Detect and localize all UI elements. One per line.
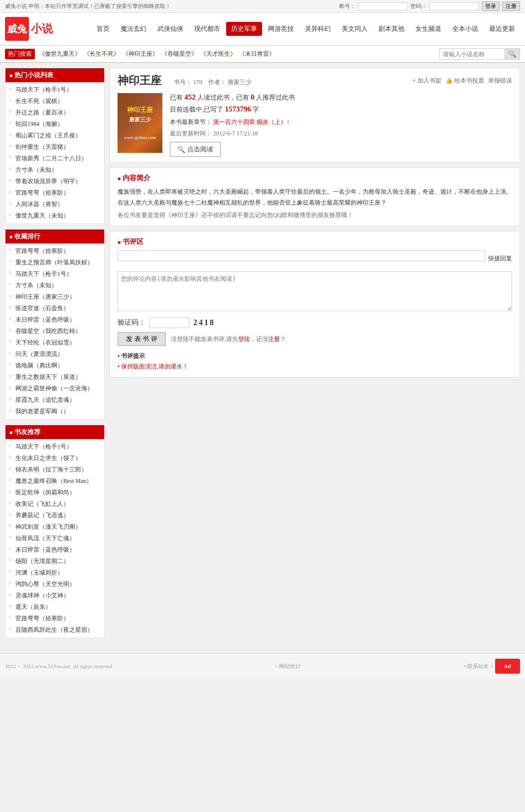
favorites-section: 收藏排行 官路弯弯（拾寒阶） 重生之预言师（叶落凤扶棂） 马踏天下（枪手1号） … — [5, 229, 105, 420]
search-input[interactable] — [440, 49, 505, 59]
book-wordcount: 目前连载中,已写了 1573796 字 — [170, 105, 512, 114]
list-item: 官路弯弯（拾寒阶） — [5, 187, 104, 199]
nav-scifi[interactable]: 灵异科幻 — [300, 22, 336, 36]
list-item: 方寸杀（未知） — [5, 164, 104, 176]
list-item: 马踏天下（枪手1号） — [5, 268, 104, 280]
report-link[interactable]: 举报错误 — [488, 77, 512, 85]
account-input[interactable] — [358, 2, 408, 10]
list-item: 锦衣杀明（拉丁海十三郎） — [5, 464, 104, 475]
reviews-title: 书评区 — [118, 237, 512, 246]
list-item: 末日猝雷（蓝色呼吸） — [5, 544, 104, 556]
hot-link-6[interactable]: 《末日将雷》 — [239, 50, 275, 58]
favorites-title: 收藏排行 — [5, 230, 104, 243]
top-bar: 威兔小说·申明：本站只作带宽调试！已屏蔽了搜索引擎的蜘蛛抓取！ 帐号： 密码： … — [0, 0, 525, 13]
login-link[interactable]: 登陆 — [238, 336, 250, 343]
list-item: 末日猝雷（蓝色呼吸） — [5, 314, 104, 326]
book-stats: 已有 452 人读过此书，已有 0 人推荐过此书 — [170, 93, 512, 102]
hot-link-5[interactable]: 《天才医生》 — [200, 50, 236, 58]
nav-history[interactable]: 历史军事 — [226, 22, 262, 36]
nav-wuxia[interactable]: 武侠仙侠 — [152, 22, 188, 36]
list-item: 魔兽之最终召唤（Best Man） — [5, 475, 104, 487]
nav-home[interactable]: 首页 — [92, 22, 115, 36]
hot-search-label: 热门搜索 — [5, 49, 35, 59]
description-recommend: 各位书友要是觉得《神印王座》还不错的话请不要忘记向您QQ群和微博里的朋友推荐哦！ — [118, 211, 512, 220]
review-textarea[interactable] — [118, 271, 512, 311]
list-item: 方寸杀（未知） — [5, 280, 104, 291]
nav-female[interactable]: 女生频道 — [410, 22, 446, 36]
hot-search-links: 《傲世九重天》 《长生不死》 《神印王座》 《吞噬星空》 《天才医生》 《末日将… — [39, 50, 435, 58]
list-item: 剑仲重生（天雷猪） — [5, 141, 104, 153]
nav-script[interactable]: 剧本其他 — [374, 22, 409, 36]
password-input[interactable] — [429, 2, 479, 10]
register-button[interactable]: 注册 — [502, 1, 520, 11]
footer-logo-img: AtI — [495, 659, 520, 674]
search-button[interactable]: 🔍 — [505, 49, 520, 59]
top-notice: 威兔小说·申明：本站只作带宽调试！已屏蔽了搜索引擎的蜘蛛抓取！ — [5, 2, 171, 10]
footer-stats[interactable]: • 网站统计 — [275, 663, 301, 669]
hot-novels-section: 热门小说列表 马踏天下（枪手1号） 长生不死（观棋） 升迁之路（夏百冰） 轮回1… — [5, 68, 105, 224]
list-item: 傲世九重天（未知） — [5, 210, 104, 222]
description-title: 内容简介 — [118, 174, 512, 183]
list-item: 重生之数据天下（泉道） — [5, 371, 104, 383]
hot-link-2[interactable]: 《长生不死》 — [84, 50, 120, 58]
list-item: 神印王座（唐家三少） — [5, 291, 104, 303]
quick-reply-input[interactable] — [118, 250, 485, 261]
book-detail: 神印王座唐家三少www.qidian.com 已有 452 人读过此书，已有 0… — [118, 93, 512, 157]
nav-recent[interactable]: 最近更新 — [484, 22, 520, 36]
list-item: 官路弯弯（拾寒阶） — [5, 613, 104, 624]
list-item: 医定乾坤（闵霸和尚） — [5, 487, 104, 498]
nav-modern[interactable]: 现代都市 — [189, 22, 225, 36]
book-meta: 书号： 170 作者： 唐家三少 — [174, 78, 252, 87]
review-tips-title: • 书评提示 — [118, 352, 512, 360]
add-shelf-link[interactable]: + 加入书架 — [412, 77, 441, 85]
list-item: 遮天（辰东） — [5, 601, 104, 613]
register-link[interactable]: 注册 — [268, 336, 280, 343]
captcha-input[interactable] — [149, 317, 189, 328]
list-item: 收美记（飞虹上人） — [5, 498, 104, 510]
nav-magic[interactable]: 魔法玄幻 — [116, 22, 151, 36]
content: 神印王座 书号： 170 作者： 唐家三少 + 加入书架 👍 给本书投票 — [110, 68, 520, 643]
login-tip: 没登陆不能发表书评,请先登陆，还没注册？ — [171, 335, 286, 344]
book-title: 神印王座 — [118, 73, 161, 88]
list-item: 灵魂球神（小艾神） — [5, 590, 104, 601]
submit-review-button[interactable]: 发 表 书 评 — [118, 332, 166, 346]
read-icon: 🔍 — [177, 146, 185, 153]
list-item: 马踏天下（枪手1号） — [5, 84, 104, 96]
footer-contact: • 联系站长 • — [464, 663, 493, 670]
footer: 2012－ 2013 www.51Soo.net, all rights res… — [0, 653, 525, 679]
nav-game[interactable]: 网游竞技 — [263, 22, 299, 36]
asp300-logo-text: AtI — [504, 664, 511, 669]
main-nav: 首页 魔法玄幻 武侠仙侠 现代都市 历史军事 网游竞技 灵异科幻 美文同人 剧本… — [92, 22, 520, 36]
footer-links: • 网站统计 — [275, 663, 301, 670]
hot-link-1[interactable]: 《傲世九重天》 — [39, 50, 81, 58]
list-item: 星霞九天（追忆贪魂） — [5, 394, 104, 406]
description-text: 魔族强势，在人类即将被灭绝之时，六大圣殿崛起，带领着人类守住最后的领土。一名少年… — [118, 187, 512, 208]
vote-link[interactable]: 👍 给本书投票 — [445, 77, 484, 85]
nav-literature[interactable]: 美文同人 — [337, 22, 373, 36]
hot-link-3[interactable]: 《神印王座》 — [123, 50, 158, 58]
nav-complete[interactable]: 全本小说 — [447, 22, 483, 36]
list-item: 河渊（玉缄则折） — [5, 567, 104, 579]
login-button[interactable]: 登录 — [482, 1, 500, 11]
list-item: 问天（萧浪漂流） — [5, 348, 104, 360]
list-item: 医道官途（石壶鱼） — [5, 303, 104, 314]
list-item: 长生不死（观棋） — [5, 96, 104, 107]
main-container: 热门小说列表 马踏天下（枪手1号） 长生不死（观棋） 升迁之路（夏百冰） 轮回1… — [0, 63, 525, 648]
list-item: 蜀山雾门之祖（王爪俊） — [5, 130, 104, 141]
header: 威兔 小说 首页 魔法玄幻 武侠仙侠 现代都市 历史军事 网游竞技 灵异科幻 美… — [0, 13, 525, 46]
description-section: 内容简介 魔族强势，在人类即将被灭绝之时，六大圣殿崛起，带领着人类守住最后的领土… — [110, 167, 520, 226]
book-latest-chapter: 本书最新章节： 第一百六十四章 煽炎（上）↑ — [170, 118, 512, 126]
list-item: 仙骨凤流（天下亡魂） — [5, 533, 104, 544]
list-item: 带着农场混异界（明宇） — [5, 176, 104, 187]
logo[interactable]: 威兔 小说 — [5, 17, 53, 41]
captcha-row: 验证码： 2418 — [118, 317, 512, 328]
list-item: 天下经纶（衣冠似雪） — [5, 337, 104, 348]
latest-chapter-link[interactable]: 第一百六十四章 煽炎（上）↑ — [213, 118, 289, 125]
quick-reply-row: 快捷回复 — [118, 250, 512, 266]
review-tips: • 书评提示 • 保持版面清洁,请勿灌水！ — [118, 352, 512, 371]
read-button[interactable]: 🔍 点击阅读 — [170, 142, 221, 157]
hot-link-4[interactable]: 《吞噬星空》 — [161, 50, 197, 58]
friend-recommend-title: 书友推荐 — [5, 425, 104, 439]
list-item: 官场新秀（二月二十八日） — [5, 153, 104, 164]
list-item: 诡电脑（典比啊） — [5, 360, 104, 371]
